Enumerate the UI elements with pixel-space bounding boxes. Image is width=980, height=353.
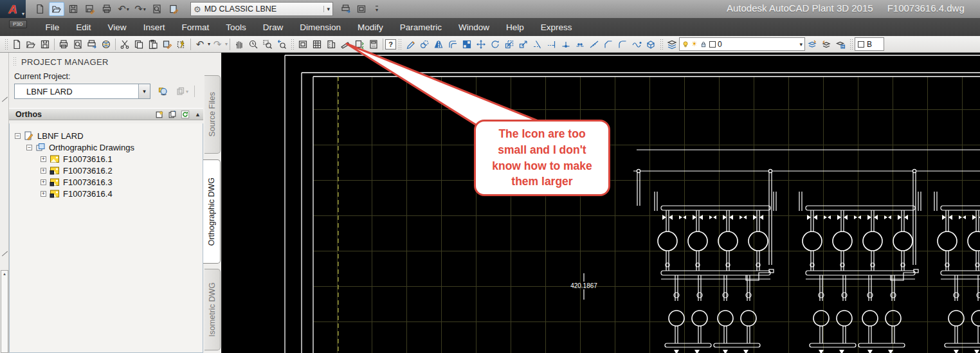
trim-button[interactable] — [531, 37, 545, 51]
refresh-button[interactable] — [179, 109, 191, 120]
3d-views-button[interactable] — [324, 37, 338, 51]
mirror-button[interactable] — [431, 37, 446, 51]
layer-color-swatch[interactable] — [709, 41, 716, 48]
layer-caret-icon[interactable]: ▾ — [800, 41, 803, 48]
new-drawing-button[interactable] — [154, 109, 165, 120]
design-center-button[interactable] — [99, 37, 113, 51]
menu-dimension[interactable]: Dimension — [291, 20, 349, 35]
tree-node-project[interactable]: − LBNF LARD — [10, 130, 203, 141]
menu-insert[interactable]: Insert — [135, 20, 174, 35]
rotate-button[interactable] — [488, 37, 502, 51]
new-button[interactable] — [32, 2, 48, 16]
project-setup-button[interactable] — [156, 85, 170, 98]
fillet-button[interactable] — [615, 37, 630, 51]
lock-icon[interactable] — [700, 41, 707, 48]
viewport-dialog-button[interactable] — [296, 37, 310, 51]
menu-draw[interactable]: Draw — [255, 20, 292, 35]
named-views-button[interactable] — [310, 37, 324, 51]
batch-plot-button[interactable] — [338, 2, 354, 16]
layer-control[interactable]: ☀ 0 ▾ — [679, 37, 805, 51]
undo-button[interactable]: ↶ — [193, 37, 207, 51]
expand-node-icon[interactable]: + — [41, 156, 46, 162]
explode-button[interactable] — [644, 37, 658, 51]
tree-node-drawing-1[interactable]: + F10073616.1 — [10, 153, 203, 165]
stretch-button[interactable] — [516, 37, 531, 51]
tab-source-files[interactable]: Source Files — [204, 75, 221, 154]
menu-help[interactable]: Help — [498, 20, 532, 35]
pan-button[interactable] — [232, 37, 246, 51]
properties-button[interactable] — [166, 2, 181, 16]
layer-states-button[interactable] — [833, 37, 848, 51]
quickcalc-button[interactable] — [367, 37, 381, 51]
project-tools-button[interactable]: ▾ — [175, 85, 189, 98]
expand-node-icon[interactable]: + — [41, 191, 46, 197]
menu-parametric[interactable]: Parametric — [392, 20, 450, 35]
drawing-canvas[interactable]: 420.1867 — [222, 53, 980, 353]
undo-button[interactable]: ↶▾ — [116, 2, 131, 16]
tools-caret-icon[interactable]: ▾ — [186, 89, 188, 95]
plot-preview-button[interactable] — [149, 2, 165, 16]
blend-curves-button[interactable] — [630, 37, 644, 51]
quick-select-button[interactable] — [174, 37, 188, 51]
publish-button[interactable] — [85, 37, 99, 51]
zoom-realtime-button[interactable] — [246, 37, 260, 51]
tree-node-drawing-2[interactable]: + F10073616.2 — [10, 165, 203, 176]
redo-caret-icon[interactable]: ▾ — [225, 41, 228, 47]
sun-freeze-icon[interactable]: ☀ — [691, 41, 698, 48]
color-control[interactable]: B — [855, 37, 884, 51]
tree-node-orthographic-drawings[interactable]: − Orthographic Drawings — [10, 141, 203, 153]
workspace-caret-icon[interactable]: ▾ — [323, 6, 330, 12]
scale-button[interactable] — [502, 37, 516, 51]
paste-button[interactable] — [146, 37, 160, 51]
collapsed-palette-edge[interactable]: ▴ — [0, 53, 9, 353]
toolbar-grip[interactable] — [291, 39, 294, 50]
undo-caret-icon[interactable]: ▾ — [127, 6, 129, 12]
workspace-switcher[interactable]: ⚙ MD CLASSIC LBNE ▾ — [190, 2, 333, 16]
toolbar-grip[interactable] — [849, 39, 853, 50]
extend-button[interactable] — [545, 37, 559, 51]
plot-button[interactable] — [99, 2, 114, 16]
layer-properties-button[interactable] — [665, 37, 679, 51]
toolbar-grip[interactable] — [5, 39, 8, 50]
save-as-button[interactable] — [82, 2, 98, 16]
save-button[interactable] — [38, 37, 52, 51]
tab-isometric-dwg[interactable]: Isometric DWG — [204, 269, 221, 350]
offset-button[interactable] — [446, 37, 460, 51]
save-button[interactable] — [66, 2, 81, 16]
match-properties-button[interactable] — [160, 37, 174, 51]
break-at-point-button[interactable] — [559, 37, 573, 51]
join-button[interactable] — [587, 37, 601, 51]
project-caret-icon[interactable]: ▾ — [138, 84, 150, 98]
menu-tools[interactable]: Tools — [217, 20, 255, 35]
render-button[interactable] — [338, 37, 352, 51]
toolbar-grip[interactable] — [398, 39, 401, 50]
move-button[interactable] — [474, 37, 488, 51]
tab-orthographic-dwg[interactable]: Orthographic DWG — [203, 159, 221, 264]
expand-node-icon[interactable]: + — [41, 168, 46, 174]
zoom-previous-button[interactable] — [275, 37, 289, 51]
new-button[interactable] — [10, 37, 24, 51]
open-button[interactable] — [24, 37, 38, 51]
layer-previous-button[interactable] — [819, 37, 833, 51]
menu-view[interactable]: View — [100, 20, 135, 35]
collapse-node-icon[interactable]: − — [26, 145, 32, 150]
copy-clip-button[interactable] — [132, 37, 146, 51]
break-button[interactable] — [573, 37, 587, 51]
current-project-select[interactable]: LBNF LARD ▾ — [14, 84, 150, 99]
orthos-section-header[interactable]: Orthos ▲ — [9, 108, 203, 120]
zoom-window-button[interactable] — [260, 37, 275, 51]
open-button[interactable] — [49, 2, 64, 16]
plot-button[interactable] — [57, 37, 71, 51]
redo-caret-icon[interactable]: ▾ — [143, 6, 146, 12]
expand-node-icon[interactable]: + — [41, 179, 46, 185]
redo-button[interactable]: ↷ — [210, 37, 224, 51]
menu-file[interactable]: File — [37, 20, 68, 35]
palette-grip[interactable] — [13, 57, 16, 67]
tree-node-drawing-3[interactable]: + F10073616.3 — [10, 176, 203, 188]
copy-button[interactable] — [417, 37, 431, 51]
menu-format[interactable]: Format — [173, 20, 217, 35]
lightbulb-icon[interactable] — [682, 41, 689, 48]
tree-node-drawing-4[interactable]: + F10073616.4 — [10, 188, 203, 199]
toolbar-grip[interactable] — [660, 39, 663, 50]
collapse-node-icon[interactable]: − — [15, 133, 21, 139]
